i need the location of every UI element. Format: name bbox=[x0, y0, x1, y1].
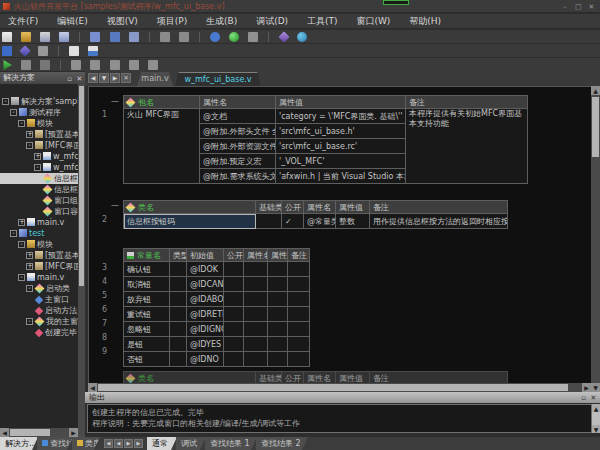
collapse-marker-icon[interactable]: — bbox=[111, 97, 119, 106]
pin-icon[interactable]: ▫ bbox=[579, 393, 588, 402]
start-debug-icon[interactable] bbox=[2, 60, 12, 70]
restart-icon[interactable] bbox=[148, 60, 158, 70]
scroll-up-icon[interactable]: ▲ bbox=[591, 86, 600, 95]
tab-w-mfc-ui-base-v[interactable]: w_mfc_ui_base.v bbox=[175, 72, 261, 86]
tree-item-class[interactable]: 窗口容器组件 bbox=[0, 206, 78, 217]
tab-dropdown-icon[interactable]: ▼ bbox=[99, 73, 109, 83]
tree-item-method[interactable]: 启动方法 bbox=[0, 305, 78, 316]
public-checkbox[interactable]: ✓ bbox=[282, 214, 304, 229]
panel-tab-solution[interactable]: 解决方... bbox=[0, 437, 38, 450]
output-tab-find-results-2[interactable]: 查找结果 2 bbox=[256, 437, 308, 450]
menu-file[interactable]: 文件(F) bbox=[0, 14, 46, 29]
tree-item-file[interactable]: +w_mfc_base_entry.v bbox=[0, 151, 78, 162]
close-button[interactable]: ✕ bbox=[586, 1, 597, 14]
tab-scroll-right-icon[interactable]: ▶ bbox=[110, 73, 120, 83]
document-search-icon[interactable] bbox=[88, 46, 98, 56]
open-file-icon[interactable] bbox=[21, 32, 31, 42]
pin-icon[interactable]: ▫ bbox=[65, 73, 74, 83]
table-row[interactable]: 信息框按钮码 ✓ @常量类 整数 用作提供信息框按方法的返回时相应按钮 bbox=[124, 214, 508, 229]
table-row[interactable]: 否钮@IDNO bbox=[124, 352, 310, 367]
scroll-right-icon[interactable]: ▶ bbox=[582, 383, 591, 392]
editor-vscrollbar[interactable]: ▲ ▼ bbox=[591, 86, 600, 392]
panel-tab-library[interactable]: 类库 bbox=[72, 437, 100, 450]
menu-help[interactable]: 帮助(H) bbox=[401, 14, 449, 29]
tree-item-mfc-classes[interactable]: -[MFC界面基本类] bbox=[0, 140, 78, 151]
table-row[interactable]: 确认钮@IDOK bbox=[124, 262, 310, 277]
build-icon[interactable] bbox=[278, 31, 289, 42]
tab-main-v[interactable]: main.v bbox=[137, 72, 173, 86]
next-class-table-partial[interactable]: 类名 基础类 公开 属性名 属性值 备注 bbox=[123, 371, 508, 383]
save-icon[interactable] bbox=[40, 32, 50, 42]
table-row[interactable]: 重试钮@IDRETRY bbox=[124, 307, 310, 322]
tree-item-class-selected[interactable]: 信息框按钮码 bbox=[0, 173, 78, 184]
output-tab-first-icon[interactable]: ◀ bbox=[104, 439, 113, 448]
new-file-icon[interactable] bbox=[2, 32, 12, 42]
output-tab-last-icon[interactable]: ▶ bbox=[134, 439, 143, 448]
output-tab-prev-icon[interactable]: ◀ bbox=[114, 439, 123, 448]
navigate-icon[interactable] bbox=[248, 32, 258, 42]
tree-item-file[interactable]: +main.v bbox=[0, 217, 78, 228]
output-tab-debug[interactable]: 调试 bbox=[176, 437, 206, 450]
close-icon[interactable]: ✕ bbox=[75, 73, 84, 83]
menu-build[interactable]: 生成(B) bbox=[198, 14, 245, 29]
output-tab-next-icon[interactable]: ▶ bbox=[124, 439, 133, 448]
solution-hscrollbar[interactable]: ◀ ▶ bbox=[0, 428, 78, 437]
scroll-down-icon[interactable]: ▼ bbox=[592, 425, 600, 433]
constants-table[interactable]: 常量名 类型 初始值 公开 属性名 属性值 备注 确认钮@IDOK 取消钮@ID… bbox=[123, 248, 310, 367]
output-log[interactable]: 创建主程序的信息已完成。完毕 程序说明：先要完成窗口的相关创建/编译/生成/调试… bbox=[87, 404, 592, 433]
tree-item-mfc-classes[interactable]: +[MFC界面基本类] bbox=[0, 261, 78, 272]
close-icon[interactable]: ✕ bbox=[589, 393, 598, 402]
export-icon[interactable] bbox=[2, 46, 12, 56]
output-vscrollbar[interactable]: ▲ ▼ bbox=[592, 404, 600, 433]
menu-debug[interactable]: 调试(D) bbox=[248, 14, 296, 29]
menu-view[interactable]: 视图(V) bbox=[99, 14, 146, 29]
document-icon[interactable] bbox=[69, 46, 79, 56]
scroll-right-icon[interactable]: ▶ bbox=[69, 428, 78, 437]
stop-icon[interactable] bbox=[40, 60, 50, 70]
run-to-cursor-icon[interactable] bbox=[129, 60, 139, 70]
tree-item-class[interactable]: -启动类 bbox=[0, 283, 78, 294]
output-tab-general[interactable]: 通常 bbox=[147, 437, 177, 450]
paste-icon[interactable] bbox=[129, 32, 139, 42]
editor-hscrollbar[interactable]: ◀ ▶ bbox=[88, 383, 591, 392]
menu-edit[interactable]: 编辑(E) bbox=[49, 14, 96, 29]
tree-item-class[interactable]: 窗口组件 bbox=[0, 195, 78, 206]
tree-item-modules[interactable]: -模块 bbox=[0, 118, 78, 129]
table-row[interactable]: 忽略钮@IDIGNORE bbox=[124, 322, 310, 337]
copy-icon[interactable] bbox=[110, 32, 120, 42]
scroll-up-icon[interactable]: ▲ bbox=[592, 404, 600, 412]
run-icon[interactable] bbox=[229, 32, 239, 42]
step-into-icon[interactable] bbox=[71, 60, 81, 70]
step-over-icon[interactable] bbox=[90, 60, 100, 70]
redo-icon[interactable] bbox=[179, 32, 189, 42]
minimize-button[interactable]: – bbox=[560, 1, 571, 14]
tree-item-modules[interactable]: -模块 bbox=[0, 239, 78, 250]
collapse-marker-icon[interactable]: — bbox=[111, 201, 119, 210]
find-icon[interactable] bbox=[210, 32, 220, 42]
tree-item-project-test[interactable]: -test bbox=[0, 228, 78, 239]
tree-item-file[interactable]: -w_mfc_ui_base.v bbox=[0, 162, 78, 173]
tree-item-member[interactable]: 主窗口 bbox=[0, 294, 78, 305]
code-editor-canvas[interactable]: 1 2 3 4 5 6 7 8 9 — — 包名 属性名 属性值 备注 火山 M… bbox=[88, 86, 592, 383]
tree-item-method[interactable]: 创建完毕 bbox=[0, 327, 78, 338]
scroll-left-icon[interactable]: ◀ bbox=[88, 383, 97, 392]
tree-item-file[interactable]: -main.v bbox=[0, 272, 78, 283]
scroll-left-icon[interactable]: ◀ bbox=[0, 428, 9, 437]
scroll-down-icon[interactable]: ▼ bbox=[591, 383, 600, 392]
menu-window[interactable]: 窗口(W) bbox=[348, 14, 398, 29]
tree-item-preset-classes[interactable]: +[预置基本类] bbox=[0, 129, 78, 140]
tab-scroll-left-icon[interactable]: ◀ bbox=[88, 73, 98, 83]
deploy-icon[interactable] bbox=[297, 32, 307, 42]
module-icon[interactable] bbox=[19, 45, 30, 56]
panel-tab-search[interactable]: 查找结... bbox=[37, 437, 73, 450]
class-definition-table[interactable]: 类名 基础类 公开 属性名 属性值 备注 信息框按钮码 ✓ @常量类 整数 用作… bbox=[123, 200, 508, 229]
selected-class-cell[interactable]: 信息框按钮码 bbox=[124, 214, 256, 229]
tree-item-preset-classes[interactable]: +[预置基本类] bbox=[0, 250, 78, 261]
tree-item-class[interactable]: 信息框按钮 bbox=[0, 184, 78, 195]
solution-vscrollbar[interactable] bbox=[78, 84, 85, 437]
cut-icon[interactable] bbox=[90, 32, 100, 42]
menu-project[interactable]: 项目(P) bbox=[149, 14, 195, 29]
save-all-icon[interactable] bbox=[59, 32, 69, 42]
pause-icon[interactable] bbox=[21, 60, 31, 70]
step-out-icon[interactable] bbox=[110, 60, 120, 70]
